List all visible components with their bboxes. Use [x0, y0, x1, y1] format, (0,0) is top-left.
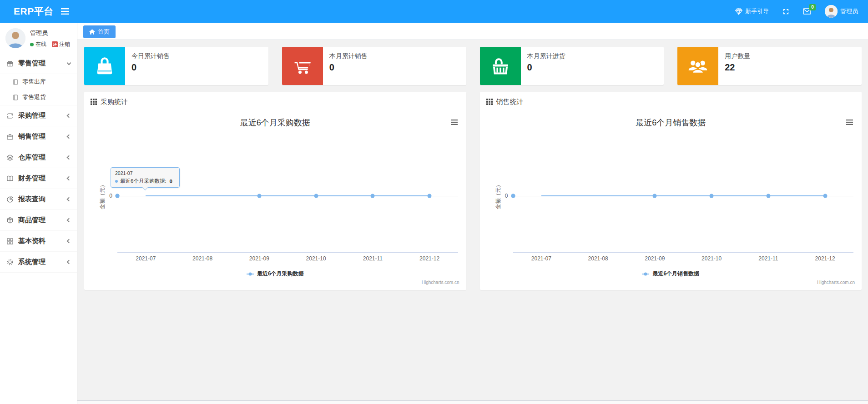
sidebar-toggle-button[interactable]: [61, 8, 69, 15]
user-name-label: 管理员: [840, 7, 858, 15]
panel-title: 采购统计: [101, 98, 128, 106]
x-axis-labels: 2021-07 2021-08 2021-09 2021-10 2021-11 …: [513, 255, 854, 262]
main-content: 首页 今日累计销售 0: [77, 23, 868, 404]
sidebar-user-panel: 管理员 在线 注销: [0, 23, 77, 53]
logout-link[interactable]: 注销: [52, 40, 70, 48]
legend-item[interactable]: 最近6个月销售数据: [480, 270, 862, 278]
data-point-marker[interactable]: [371, 194, 375, 198]
data-point-marker[interactable]: [823, 194, 827, 198]
purchase-chart: 最近6个月采购数据 金额（元） 0: [84, 112, 466, 290]
sales-chart: 最近6个月销售数据 金额（元） 0: [480, 112, 862, 290]
y-axis-tick: 0: [101, 193, 112, 199]
chevron-left-icon: [67, 114, 71, 118]
sidebar-item-warehouse[interactable]: 仓库管理: [0, 147, 77, 168]
sidebar-subitem-retail-outbound[interactable]: 零售出库: [0, 74, 77, 90]
legend-line-marker-icon: [642, 272, 649, 276]
sidebar-item-finance[interactable]: 财务管理: [0, 168, 77, 189]
data-point-marker[interactable]: [314, 194, 318, 198]
stat-card-month-sales[interactable]: 本月累计销售 0: [282, 47, 466, 85]
x-axis-labels: 2021-07 2021-08 2021-09 2021-10 2021-11 …: [117, 255, 458, 262]
chart-context-menu-button[interactable]: [449, 118, 459, 126]
data-point-marker[interactable]: [653, 194, 657, 198]
series-marker-icon: [115, 180, 118, 183]
tooltip-header: 2021-07: [115, 170, 175, 176]
x-axis-line: [513, 252, 854, 253]
tooltip-value: 0: [170, 179, 172, 184]
stat-card-user-count[interactable]: 用户数量 22: [677, 47, 862, 85]
sidebar-item-retail[interactable]: 零售管理: [0, 53, 77, 74]
sidebar-item-reports[interactable]: 报表查询: [0, 189, 77, 210]
x-axis-label: 2021-12: [401, 255, 458, 262]
th-grid-icon: [91, 99, 97, 105]
online-status-label: 在线: [35, 40, 46, 48]
messages-button[interactable]: 0: [803, 8, 811, 15]
th-grid-icon: [486, 99, 493, 105]
sidebar-item-products[interactable]: 商品管理: [0, 210, 77, 231]
chevron-left-icon: [67, 260, 71, 264]
erp-dashboard: ERP平台 新手引导 0: [0, 0, 868, 404]
stat-card-label: 今日累计销售: [131, 52, 170, 60]
basket-icon: [490, 56, 510, 76]
charts-row: 采购统计 最近6个月采购数据 金额（元） 0: [84, 92, 862, 290]
hamburger-icon: [61, 8, 69, 15]
highcharts-credit-link[interactable]: Highcharts.com.cn: [817, 280, 855, 285]
sidebar-item-purchase[interactable]: 采购管理: [0, 105, 77, 126]
data-point-marker[interactable]: [428, 194, 432, 198]
tab-home[interactable]: 首页: [83, 25, 116, 38]
sidebar-user-name: 管理员: [30, 29, 70, 37]
chevron-left-icon: [67, 197, 71, 202]
sidebar-item-sales[interactable]: 销售管理: [0, 126, 77, 147]
stat-card-month-purchases[interactable]: 本月累计进货 0: [480, 47, 664, 85]
chart-title: 最近6个月采购数据: [84, 117, 466, 128]
gift-icon: [6, 60, 14, 67]
gem-icon: [735, 8, 742, 15]
sidebar-subitem-retail-return[interactable]: 零售退货: [0, 90, 77, 105]
sidebar-item-basic-data[interactable]: 基本资料: [0, 231, 77, 252]
data-point-marker[interactable]: [511, 194, 515, 198]
app-logo[interactable]: ERP平台: [14, 5, 54, 18]
x-axis-label: 2021-08: [570, 255, 626, 262]
legend-line-marker-icon: [247, 272, 254, 276]
layers-icon: [6, 154, 14, 161]
data-point-marker[interactable]: [766, 194, 770, 198]
x-axis-label: 2021-10: [288, 255, 344, 262]
chart-tooltip: 2021-07 最近6个月采购数据: 0: [111, 167, 180, 188]
y-axis-tick: 0: [496, 193, 508, 199]
message-count-badge: 0: [809, 4, 816, 10]
grid-icon: [6, 238, 14, 245]
legend-item[interactable]: 最近6个月采购数据: [84, 270, 466, 278]
data-point-marker[interactable]: [257, 194, 261, 198]
guide-button[interactable]: 新手引导: [735, 7, 769, 15]
chart-title: 最近6个月销售数据: [480, 117, 862, 128]
guide-label: 新手引导: [745, 7, 769, 15]
chevron-left-icon: [67, 135, 71, 139]
logout-label: 注销: [59, 40, 70, 48]
chevron-left-icon: [67, 176, 71, 181]
x-axis-label: 2021-11: [344, 255, 401, 262]
user-menu[interactable]: 管理员: [825, 5, 858, 18]
briefcase-icon: [6, 133, 14, 140]
book-icon: [6, 175, 14, 182]
gear-icon: [6, 259, 14, 266]
shopping-cart-icon: [293, 56, 313, 76]
sidebar-avatar: [5, 28, 25, 48]
data-point-marker[interactable]: [116, 194, 120, 198]
highcharts-credit-link[interactable]: Highcharts.com.cn: [422, 280, 459, 285]
fullscreen-button[interactable]: [782, 8, 789, 15]
x-axis-label: 2021-12: [797, 255, 853, 262]
stat-card-value: 22: [725, 62, 750, 73]
x-axis-label: 2021-10: [683, 255, 740, 262]
panel-title: 销售统计: [496, 98, 524, 106]
top-navbar: ERP平台 新手引导 0: [0, 0, 868, 23]
chevron-left-icon: [67, 155, 71, 160]
x-axis-label: 2021-07: [117, 255, 174, 262]
chart-context-menu-button[interactable]: [845, 118, 854, 126]
purchase-stats-panel: 采购统计 最近6个月采购数据 金额（元） 0: [84, 92, 466, 290]
stat-card-today-sales[interactable]: 今日累计销售 0: [84, 47, 268, 85]
x-axis-line: [117, 252, 458, 253]
pie-chart-icon: [6, 196, 14, 203]
sidebar-item-system[interactable]: 系统管理: [0, 252, 77, 273]
sidebar: 管理员 在线 注销 零售管理: [0, 23, 77, 404]
legend-label: 最近6个月销售数据: [652, 270, 699, 278]
data-point-marker[interactable]: [710, 194, 714, 198]
